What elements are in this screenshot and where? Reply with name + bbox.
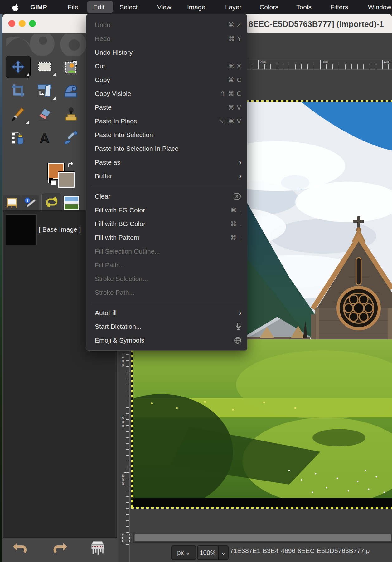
v-ruler-label: 500: [121, 416, 125, 428]
menu-item-paste-into-selection-in-place[interactable]: Paste Into Selection In Place: [86, 142, 247, 155]
paintbrush-tool[interactable]: [6, 103, 31, 126]
undo-entry-label[interactable]: [ Base Image ]: [39, 226, 81, 233]
menu-item-clear[interactable]: Clear: [86, 190, 247, 203]
menubar-image[interactable]: Image: [187, 0, 205, 14]
window-title: 8EEC-E5DD5763B777] (imported)-1: [249, 19, 392, 30]
menubar-app-name[interactable]: GIMP: [30, 0, 47, 14]
menu-separator: [91, 186, 242, 186]
undo-button[interactable]: [12, 541, 29, 557]
delete-key-icon: [233, 193, 241, 200]
swap-colors-icon[interactable]: [66, 162, 75, 170]
background-color-swatch[interactable]: [58, 172, 75, 188]
menu-item-cut[interactable]: Cut ⌘ X: [86, 59, 247, 73]
menu-item-start-dictation[interactable]: Start Dictation...: [86, 320, 247, 333]
quick-mask-toggle[interactable]: [122, 534, 130, 542]
undo-entry-thumbnail[interactable]: [6, 214, 37, 245]
shredder-icon: [90, 541, 106, 556]
text-tool[interactable]: A: [32, 127, 57, 149]
screen: 8EEC-E5DD5763B777] (imported)-1 200 300 …: [0, 0, 392, 562]
menubar-layer[interactable]: Layer: [225, 0, 242, 14]
ruler-tick-200: [258, 60, 259, 69]
zoom-button[interactable]: [29, 20, 36, 27]
menu-item-buffer[interactable]: Buffer ›: [86, 169, 247, 183]
menu-item-paste-in-place[interactable]: Paste In Place ⌥ ⌘ V: [86, 114, 247, 128]
zoom-level: 100%: [200, 549, 215, 556]
microphone-icon: [236, 323, 241, 331]
chevron-down-icon: ⌄: [221, 550, 225, 556]
chevron-down-icon: ⌄: [186, 550, 190, 556]
eraser-tool[interactable]: [32, 103, 57, 126]
svg-text:i: i: [27, 198, 28, 203]
move-icon: [11, 60, 25, 74]
color-picker-icon: [64, 131, 78, 145]
h-ruler-label: 200: [259, 60, 266, 64]
submenu-chevron-icon: ›: [239, 172, 241, 180]
tool-group-indicator: [52, 73, 56, 76]
close-button[interactable]: [8, 20, 15, 27]
text-icon: A: [37, 131, 52, 145]
paths-tool[interactable]: [6, 127, 31, 149]
svg-text:A: A: [40, 131, 49, 145]
menu-item-fill-fg[interactable]: Fill with FG Color ⌘ ,: [86, 203, 247, 217]
tab-undo-history[interactable]: [41, 193, 61, 210]
eraser-icon: [37, 107, 52, 121]
ruler-tick-v600: [124, 472, 129, 473]
menu-item-fill-pattern[interactable]: Fill with Pattern ⌘ ;: [86, 231, 247, 244]
undo-arrow-icon: [13, 542, 28, 555]
menu-separator: [91, 303, 242, 303]
menubar-view[interactable]: View: [157, 0, 171, 14]
zoom-value[interactable]: 100%: [197, 545, 218, 560]
menubar-edit[interactable]: Edit: [93, 0, 104, 14]
menu-item-fill-bg[interactable]: Fill with BG Color ⌘ .: [86, 217, 247, 231]
menu-item-paste-into-selection[interactable]: Paste Into Selection: [86, 128, 247, 142]
menubar-select[interactable]: Select: [119, 0, 138, 14]
menu-item-undo-history[interactable]: Undo History: [86, 46, 247, 59]
zoom-dropdown[interactable]: ⌄: [218, 545, 229, 560]
h-ruler-label: 400: [384, 60, 390, 64]
menubar-filters[interactable]: Filters: [330, 0, 348, 14]
clone-tool[interactable]: [59, 103, 84, 126]
move-tool[interactable]: [6, 56, 31, 78]
menu-item-copy-visible[interactable]: Copy Visible ⇧ ⌘ C: [86, 87, 247, 101]
menu-item-autofill[interactable]: AutoFill ›: [86, 306, 247, 320]
tab-image-thumbnail[interactable]: [63, 195, 80, 210]
minimize-button[interactable]: [19, 20, 26, 27]
rectangle-select-tool[interactable]: [32, 56, 57, 78]
edit-menu-dropdown: Undo ⌘ Z Redo ⌘ Y Undo History Cut ⌘ X C…: [86, 14, 247, 351]
menubar-window[interactable]: Window: [368, 0, 391, 14]
menu-item-stroke-selection: Stroke Selection...: [86, 272, 247, 286]
crop-tool[interactable]: [6, 79, 31, 102]
menu-item-emoji-symbols[interactable]: Emoji & Symbols: [86, 333, 247, 347]
warp-transform-tool[interactable]: [59, 79, 84, 102]
menubar-tools[interactable]: Tools: [296, 0, 312, 14]
unit-value: px: [177, 549, 184, 556]
unit-dropdown[interactable]: px ⌄: [171, 545, 196, 560]
default-colors-icon-bg: [51, 180, 56, 185]
redo-button[interactable]: [51, 541, 68, 557]
submenu-chevron-icon: ›: [239, 159, 241, 166]
v-ruler-label: 600: [121, 474, 125, 486]
horizontal-scrollbar-thumb[interactable]: [134, 534, 391, 541]
h-ruler-label: 300: [322, 60, 328, 64]
ruler-tick-v400: [124, 354, 129, 354]
status-filename: 71E387E1-B3E4-4696-8EEC-E5DD5763B777.p: [230, 547, 392, 555]
paths-icon: [11, 131, 25, 145]
tab-device-status[interactable]: i: [21, 195, 39, 210]
canvas-padding: [133, 498, 392, 507]
unified-transform-tool[interactable]: [32, 79, 57, 102]
tab-tool-options[interactable]: [3, 195, 21, 210]
tool-group-indicator: [26, 121, 29, 124]
apple-icon[interactable]: [12, 3, 19, 11]
clear-history-button[interactable]: [88, 540, 107, 557]
rose-window: [338, 288, 379, 329]
menu-item-paste[interactable]: Paste ⌘ V: [86, 101, 247, 114]
color-picker-tool[interactable]: [59, 127, 84, 149]
menubar-colors[interactable]: Colors: [259, 0, 278, 14]
warp-icon: [64, 83, 79, 98]
device-status-icon: i: [23, 197, 36, 209]
wilber-decoration: [6, 34, 100, 56]
foreground-select-tool[interactable]: [59, 56, 84, 78]
menu-item-copy[interactable]: Copy ⌘ C: [86, 73, 247, 87]
menu-item-paste-as[interactable]: Paste as ›: [86, 155, 247, 169]
menubar-file[interactable]: File: [68, 0, 78, 14]
